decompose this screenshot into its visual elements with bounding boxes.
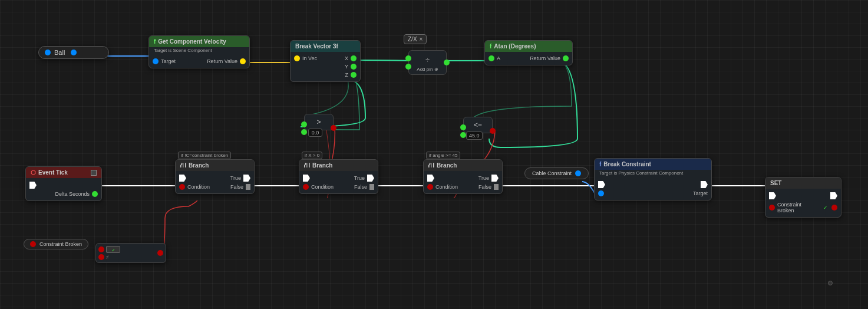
lte-in2[interactable] (460, 132, 466, 138)
branch2-header: ⛙ Branch (299, 160, 378, 171)
cable-constraint-node: Cable Constraint (524, 167, 589, 179)
lte-val: 45.0 (466, 132, 483, 140)
ball-node: Ball (38, 46, 109, 59)
nav-dot (828, 281, 833, 285)
gt-in1[interactable] (301, 121, 307, 127)
event-tick-node: ⬡ Event Tick Delta Seconds (25, 166, 102, 201)
get-velocity-subtitle: Target is Scene Component (149, 47, 249, 55)
branch3-header: ⛙ Branch (424, 160, 502, 171)
exec-out-pin[interactable] (29, 182, 37, 189)
neq-checkbox[interactable]: ✓ (106, 246, 120, 253)
lte-node: <= 45.0 (463, 117, 493, 133)
cable-constraint-label: Cable Constraint (532, 170, 572, 176)
event-tick-title: Event Tick (38, 169, 68, 176)
ball-label: Ball (54, 49, 65, 56)
bc-exec-out[interactable] (701, 181, 708, 188)
constraint-broken-var-node: Constraint Broken (24, 239, 88, 249)
gt-node: > 0.0 (304, 114, 334, 130)
event-tick-header: ⬡ Event Tick (26, 167, 101, 178)
velocity-target-pin[interactable] (153, 58, 159, 64)
get-velocity-title: Get Component Velocity (158, 38, 226, 45)
atan-degrees-node: f Atan (Degrees) A Return Value (484, 40, 573, 65)
zx-box: Z/X × (404, 34, 427, 44)
break-vec-x[interactable] (351, 55, 357, 61)
cable-out-pin[interactable] (575, 170, 581, 176)
div-out[interactable] (444, 60, 450, 65)
set-title: SET (770, 180, 781, 186)
branch2-true-pin[interactable] (367, 175, 374, 182)
branch2-cond-pin[interactable] (303, 184, 309, 190)
divide-op: ÷ (411, 53, 444, 67)
branch1-title: Branch (189, 162, 209, 169)
lte-out[interactable] (490, 128, 496, 134)
ball-output-pin[interactable] (45, 50, 51, 55)
get-velocity-icon: f (154, 38, 156, 45)
atan-return-pin[interactable] (563, 55, 569, 61)
break-constraint-subtitle: Target is Physics Constraint Component (595, 170, 711, 177)
branch1-exec-in[interactable] (179, 175, 186, 182)
zx-label: Z/X (408, 36, 417, 42)
branch3-exec-in[interactable] (427, 175, 434, 182)
event-tick-icon: ⬡ (31, 169, 36, 176)
gt-op: > (307, 117, 331, 127)
break-vector-node: Break Vector 3f In Vec X Y Z (290, 40, 361, 82)
get-component-velocity-node: f Get Component Velocity Target is Scene… (148, 35, 250, 68)
neq-in1[interactable] (98, 246, 104, 252)
gt-in2[interactable] (301, 129, 307, 135)
cb-out-pin[interactable] (30, 241, 36, 247)
atan-title: Atan (Degrees) (494, 43, 536, 50)
branch1-node: if !C=constraint broken ⛙ Branch True Co… (175, 159, 255, 194)
cb-label: Constraint Broken (39, 241, 82, 247)
gt-out[interactable] (331, 125, 336, 131)
branch3-false-pin[interactable] (494, 184, 499, 190)
neq-out[interactable] (157, 250, 163, 256)
break-constraint-title: Break Constraint (603, 161, 651, 167)
event-tick-box[interactable] (91, 170, 97, 176)
set-exec-out[interactable] (830, 192, 837, 199)
break-constraint-header: f Break Constraint (595, 159, 711, 170)
branch3-title: Branch (437, 162, 457, 169)
branch1-header: ⛙ Branch (176, 160, 254, 171)
branch2-badge: if X > 0 (302, 152, 322, 159)
delta-seconds-pin[interactable] (92, 191, 98, 197)
atan-a-pin[interactable] (489, 55, 494, 61)
break-vec-z[interactable] (351, 72, 357, 78)
break-vec-y[interactable] (351, 64, 357, 70)
branch1-icon: ⛙ (180, 162, 186, 169)
branch3-icon: ⛙ (428, 162, 434, 169)
get-velocity-header: f Get Component Velocity (149, 36, 249, 47)
neq-in2[interactable] (98, 254, 104, 260)
ball-exec-pin[interactable] (71, 50, 77, 55)
branch1-true-pin[interactable] (243, 175, 250, 182)
branch2-false-pin[interactable] (369, 184, 374, 190)
break-vec-in[interactable] (294, 55, 300, 61)
zx-close[interactable]: × (420, 36, 423, 42)
bc-exec-in[interactable] (598, 181, 605, 188)
branch1-cond-pin[interactable] (179, 184, 185, 190)
break-constraint-icon: f (599, 161, 601, 167)
gt-val: 0.0 (308, 129, 322, 137)
atan-header: f Atan (Degrees) (485, 41, 572, 52)
neq-op: ≠ (106, 254, 109, 260)
div-in2[interactable] (405, 64, 411, 70)
lte-in1[interactable] (460, 124, 466, 130)
div-in1[interactable] (405, 55, 411, 61)
branch3-true-pin[interactable] (491, 175, 499, 182)
set-cbroken-out[interactable] (831, 205, 837, 211)
branch1-false-pin[interactable] (246, 184, 250, 190)
set-cbroken-pin[interactable] (769, 205, 775, 211)
branch2-title: Branch (312, 162, 332, 169)
divide-addpin[interactable]: Add pin ⊕ (411, 67, 444, 72)
velocity-return-pin[interactable] (240, 58, 246, 64)
set-check: ✓ (823, 205, 828, 211)
bc-target-pin[interactable] (598, 190, 604, 196)
break-constraint-node: f Break Constraint Target is Physics Con… (594, 158, 712, 200)
branch3-badge: if angle >= 45 (426, 152, 460, 159)
branch1-badge: if !C=constraint broken (178, 152, 231, 159)
break-vector-title: Break Vector 3f (295, 43, 338, 50)
divide-node: ÷ Add pin ⊕ (408, 50, 447, 75)
lte-op: <= (466, 120, 490, 130)
branch2-exec-in[interactable] (303, 175, 310, 182)
branch3-cond-pin[interactable] (427, 184, 433, 190)
set-exec-in[interactable] (769, 192, 776, 199)
